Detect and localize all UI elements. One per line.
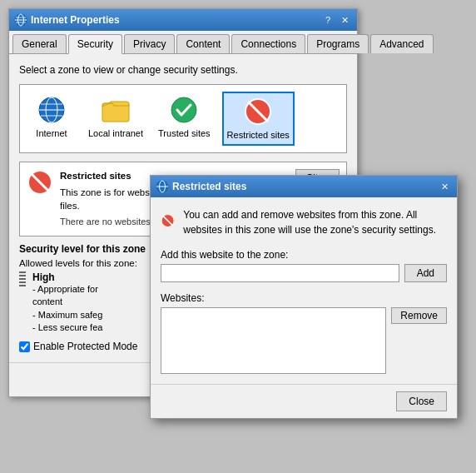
dialog-title-left: Restricted sites (156, 180, 246, 193)
remove-button[interactable]: Remove (391, 307, 447, 324)
slider-mark-5 (19, 285, 26, 286)
section-label: Select a zone to view or change security… (19, 64, 347, 76)
high-desc-2: content (32, 296, 102, 308)
tab-connections[interactable]: Connections (231, 34, 305, 53)
level-details: High - Appropriate for content - Maximum… (32, 271, 102, 335)
zone-restricted-label: Restricted sites (227, 130, 290, 141)
high-desc-4: - Less secure fea (32, 321, 102, 334)
add-button[interactable]: Add (404, 264, 447, 282)
ie-icon (14, 13, 27, 27)
slider-mark-1 (19, 271, 26, 273)
dialog-close-button[interactable]: Close (396, 391, 447, 411)
tab-bar: General Security Privacy Content Connect… (9, 31, 357, 54)
window-title: Internet Properties (31, 14, 120, 26)
slider-mark-4 (19, 281, 26, 283)
zone-trusted[interactable]: Trusted sites (155, 92, 214, 146)
zone-internet[interactable]: Internet (27, 92, 77, 146)
intranet-icon (101, 95, 131, 125)
dialog-info: You can add and remove websites from thi… (161, 207, 447, 237)
websites-label: Websites: (161, 292, 447, 304)
dialog-block-icon (161, 207, 175, 234)
high-desc-3: - Maximum safeg (32, 309, 102, 321)
tab-general[interactable]: General (12, 34, 67, 53)
dialog-title-bar: Restricted sites ✕ (151, 176, 457, 197)
close-window-button[interactable]: ✕ (337, 12, 352, 27)
zone-intranet-label: Local intranet (88, 128, 143, 139)
zone-trusted-label: Trusted sites (158, 128, 211, 139)
help-button[interactable]: ? (320, 12, 335, 27)
dialog-info-text: You can add and remove websites from thi… (183, 207, 447, 237)
trusted-icon (169, 95, 199, 125)
zone-internet-label: Internet (36, 128, 67, 139)
dialog-bottom: Close (151, 384, 457, 418)
protected-mode-label: Enable Protected Mode (33, 341, 137, 352)
protected-mode-checkbox[interactable] (19, 341, 30, 352)
slider-mark-3 (19, 278, 26, 280)
restricted-icon (243, 97, 273, 127)
zone-local-intranet[interactable]: Local intranet (85, 92, 146, 146)
slider-mark-2 (19, 275, 26, 276)
add-website-label: Add this website to the zone: (161, 249, 447, 261)
add-website-input[interactable] (161, 264, 399, 282)
internet-icon (37, 95, 67, 125)
dialog-content: You can add and remove websites from thi… (151, 197, 457, 384)
tab-advanced[interactable]: Advanced (370, 34, 433, 53)
high-label: High (32, 271, 102, 283)
title-bar-buttons: ? ✕ (320, 12, 352, 27)
title-bar-left: Internet Properties (14, 13, 120, 27)
add-row: Add (161, 264, 447, 282)
restricted-sites-dialog: Restricted sites ✕ You can add and remov… (150, 175, 458, 419)
tab-programs[interactable]: Programs (307, 34, 369, 53)
tab-content[interactable]: Content (176, 34, 230, 53)
dialog-ie-icon (156, 180, 169, 193)
title-bar: Internet Properties ? ✕ (9, 9, 357, 31)
zones-box: Internet Local intranet Trusted sites (19, 84, 347, 153)
websites-row: Remove (161, 307, 447, 374)
dialog-title-buttons: ✕ (437, 179, 452, 194)
tab-security[interactable]: Security (68, 34, 122, 54)
svg-point-11 (171, 97, 196, 122)
tab-privacy[interactable]: Privacy (124, 34, 175, 53)
dialog-close-x-button[interactable]: ✕ (437, 179, 452, 194)
zone-restricted[interactable]: Restricted sites (222, 92, 295, 146)
high-desc-1: - Appropriate for (32, 283, 102, 296)
slider-track[interactable] (19, 271, 26, 286)
websites-list[interactable] (161, 307, 386, 374)
zone-info-icon (27, 169, 53, 196)
dialog-title: Restricted sites (172, 181, 246, 192)
